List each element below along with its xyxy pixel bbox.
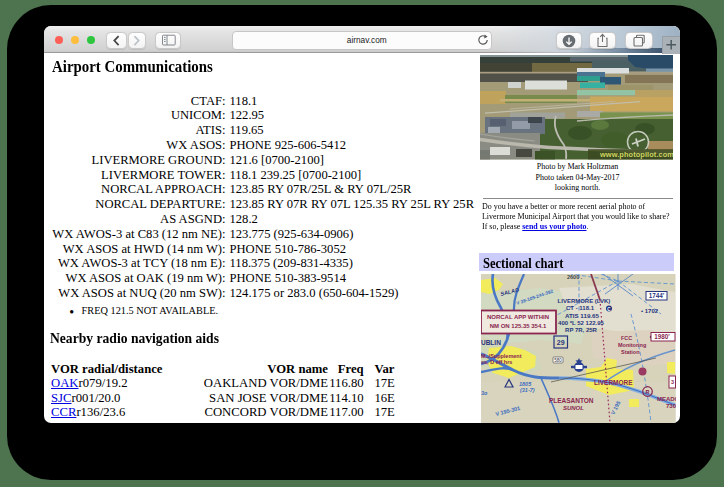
svg-text:LIVERMORE: LIVERMORE (594, 379, 633, 386)
svg-text:ATIS 119.65: ATIS 119.65 (565, 312, 599, 319)
svg-text:FCC: FCC (621, 336, 632, 342)
svg-text:• 1702: • 1702 (641, 308, 659, 314)
svg-text:400 *L 52 122.95: 400 *L 52 122.95 (558, 320, 604, 326)
svg-text:CT - 118.1: CT - 118.1 (566, 306, 595, 312)
svg-text:www.photopilot.com: www.photopilot.com (599, 151, 673, 160)
svg-text:(31·7): (31·7) (520, 388, 535, 394)
svg-text:29: 29 (557, 339, 565, 346)
svg-text:3o: 3o (481, 390, 488, 396)
svg-text:M../Supplement: M../Supplement (481, 353, 522, 359)
svg-text:ss, D eff hrs: ss, D eff hrs (481, 360, 512, 366)
svg-text:Monitoring: Monitoring (618, 343, 646, 349)
svg-text:580: 580 (554, 358, 562, 363)
svg-text:3: 3 (671, 379, 674, 385)
svg-text:R: R (646, 389, 650, 395)
svg-text:UBLIN: UBLIN (481, 340, 501, 347)
svg-text:MEADO: MEADO (657, 397, 676, 403)
svg-text:NORCAL APP WITHIN: NORCAL APP WITHIN (487, 315, 549, 321)
svg-text:1805: 1805 (519, 381, 532, 387)
svg-text:1980': 1980' (654, 334, 670, 341)
svg-text:2600 .: 2600 . (567, 274, 583, 280)
svg-text:PLEASANTON: PLEASANTON (549, 397, 594, 404)
svg-text:Station: Station (621, 350, 640, 356)
svg-text:RP 7R, 25R: RP 7R, 25R (565, 327, 597, 333)
svg-text:730: 730 (666, 404, 676, 410)
svg-text:NM ON 125.35 354.1: NM ON 125.35 354.1 (490, 323, 547, 329)
svg-text:1744': 1744' (649, 293, 665, 300)
svg-text:LIVERMORE (LVK): LIVERMORE (LVK) (558, 298, 611, 304)
svg-text:SUNOL: SUNOL (563, 406, 584, 412)
